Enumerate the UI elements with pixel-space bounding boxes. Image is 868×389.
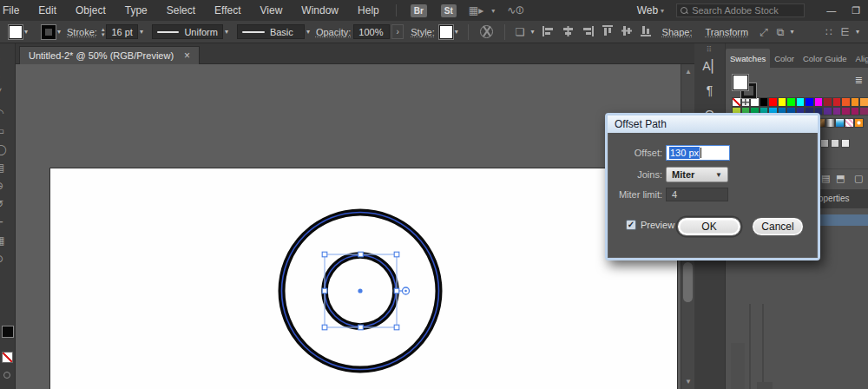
style-swatch[interactable] [439,25,453,39]
chevron-down-icon[interactable]: ▾ [856,28,859,36]
select-similar-icon[interactable]: ⧉ [777,26,785,38]
preview-label[interactable]: Preview [641,220,674,230]
chevron-down-icon[interactable]: ▾ [225,28,228,36]
menu-item[interactable]: View [251,1,293,20]
swatch[interactable] [820,139,829,148]
restore-button[interactable]: ❐ [844,5,868,16]
swatch[interactable] [831,139,839,148]
menu-item[interactable]: File [0,1,29,20]
swatch[interactable] [854,118,864,128]
live-shape-widget[interactable] [399,287,410,294]
width-profile-select[interactable]: Uniform [152,24,223,39]
menu-item[interactable]: Effect [205,1,250,20]
swatch[interactable] [796,97,806,107]
cc-sync-icon[interactable]: ∿⏼ [507,4,524,16]
minimize-button[interactable]: — [819,5,844,16]
swatch[interactable] [823,97,832,107]
preview-checkbox[interactable]: ✓ [626,220,636,230]
swatch[interactable] [841,97,851,107]
swatch[interactable] [835,118,845,128]
workspace-switcher[interactable]: Web ▾ [637,4,664,16]
stroke-weight-value[interactable]: 16 pt [106,24,137,39]
handle-mid-right[interactable] [394,288,399,293]
canvas[interactable] [16,64,681,389]
opacity-more-button[interactable]: › [391,24,404,39]
handle-top-left[interactable] [322,252,327,257]
new-color-group-icon[interactable]: ⬒ [836,173,845,184]
scroll-down-icon[interactable]: ▼ [685,378,692,386]
swatch[interactable] [851,107,860,116]
scroll-up-icon[interactable]: ▲ [685,68,692,76]
stroke-weight-stepper[interactable]: ▴▾ [102,27,105,37]
miter-limit-input[interactable]: 4 [666,188,728,201]
align-left-icon[interactable] [542,26,554,38]
fill-color-indicator[interactable] [2,326,14,338]
swatch[interactable] [778,97,787,107]
chevron-down-icon[interactable]: ▾ [306,28,310,36]
search-input[interactable] [692,5,796,16]
tab-color[interactable]: Color [770,49,799,68]
handle-bottom-center[interactable] [358,325,364,330]
free-transform-icon[interactable]: ⤢ [760,26,768,38]
menu-item[interactable]: Window [292,1,348,20]
menu-item[interactable]: Type [115,1,157,20]
swatch[interactable] [841,107,851,116]
fill-swatch[interactable] [9,25,23,39]
dock-grip[interactable]: ⠿ [694,43,725,54]
dock-grid-icon[interactable]: ∷ [825,26,832,38]
align-h-center-icon[interactable] [562,26,574,38]
swatch[interactable] [859,107,868,116]
chevron-down-icon[interactable]: ▾ [491,7,495,15]
tool-icon[interactable]: ╱ [0,89,1,107]
opacity-label[interactable]: Opacity: [316,27,351,37]
dialog-title-bar[interactable]: Offset Path [608,115,818,133]
opacity-value[interactable]: 100% [353,24,390,39]
tool-icon[interactable]: ◯ [0,143,6,162]
tool-icon[interactable]: ▭ [0,125,4,143]
align-v-center-icon[interactable] [621,25,632,38]
shape-label[interactable]: Shape: [662,27,693,37]
color-mode-icon[interactable] [3,372,10,379]
bridge-button[interactable]: Br [411,4,427,17]
chevron-down-icon[interactable]: ▾ [790,28,793,36]
tool-icon[interactable]: ⊙ [0,253,3,271]
align-right-icon[interactable] [582,26,594,38]
handle-bottom-left[interactable] [322,325,327,330]
stock-search[interactable] [676,3,805,17]
stock-button[interactable]: St [441,4,457,17]
handle-top-right[interactable] [394,252,399,257]
chevron-down-icon[interactable]: ▾ [57,28,61,36]
stroke-label[interactable]: Stroke: [67,27,97,37]
ok-button[interactable]: OK [677,217,741,236]
stroke-swatch[interactable] [42,25,56,39]
swatch-libraries-icon[interactable]: ▤ [821,173,830,184]
handle-bottom-right[interactable] [394,325,399,330]
tools-panel[interactable]: ▸▹╱◠▭◯▤⊕↺✛▦⊙ [0,43,16,389]
swatch[interactable] [825,118,835,128]
panel-menu-icon[interactable]: ≣ [855,75,863,86]
tool-icon[interactable]: ▤ [0,162,4,180]
tool-icon[interactable]: ✛ [0,216,3,234]
swatch[interactable] [832,97,842,107]
swatch[interactable] [832,107,842,116]
tool-icon[interactable]: ▦ [0,234,4,253]
swatch[interactable] [841,139,850,148]
none-color-indicator[interactable] [2,352,13,363]
workspace-panel-icon[interactable]: ⋿ [841,26,850,38]
swatch[interactable] [786,97,796,107]
menu-item[interactable]: Help [348,1,389,20]
swatch[interactable] [851,97,860,107]
new-swatch-icon[interactable]: ▢ [854,173,863,184]
chevron-down-icon[interactable]: ▾ [24,28,28,36]
tab-align[interactable]: Align [852,49,868,68]
swatch[interactable] [768,97,778,107]
tool-icon[interactable]: ↺ [0,198,3,216]
handle-top-center[interactable] [358,252,364,257]
cancel-button[interactable]: Cancel [752,217,804,236]
swatch[interactable] [814,97,824,107]
align-top-icon[interactable] [602,25,613,38]
style-label[interactable]: Style: [411,27,435,37]
recolor-artwork-icon[interactable] [480,25,493,38]
center-point[interactable] [358,288,362,293]
chevron-down-icon[interactable]: ▾ [140,28,143,36]
